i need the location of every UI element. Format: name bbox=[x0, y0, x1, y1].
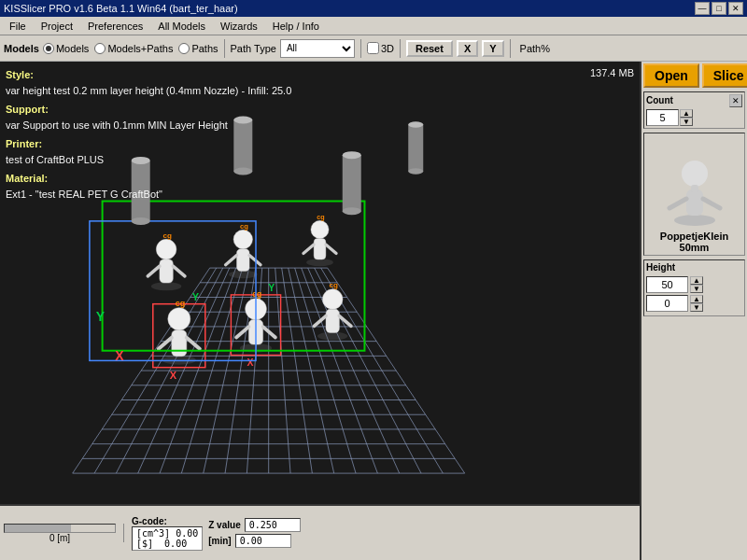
z-input-row: ▲ ▼ bbox=[646, 295, 742, 312]
zvalue-section: Z value 0.250 [min] 0.00 bbox=[208, 518, 300, 548]
meter-bar bbox=[4, 524, 116, 533]
gcode-value: [cm^3] 0.00 [$] 0.00 bbox=[132, 526, 203, 551]
models-paths-radio-circle bbox=[94, 43, 106, 54]
titlebar: KISSlicer PRO v1.6 Beta 1.1 Win64 (bart_… bbox=[0, 0, 747, 17]
memory-indicator: 137.4 MB bbox=[590, 67, 634, 78]
status-sep-1 bbox=[123, 524, 124, 542]
grid-canvas bbox=[0, 62, 640, 560]
count-spinner: ▲ ▼ bbox=[680, 109, 693, 126]
count-down-button[interactable]: ▼ bbox=[680, 118, 693, 126]
maximize-button[interactable]: □ bbox=[712, 2, 726, 15]
menu-item-help---info[interactable]: Help / Info bbox=[267, 19, 325, 34]
x-axis-button[interactable]: X bbox=[457, 40, 478, 57]
height-up-button[interactable]: ▲ bbox=[690, 276, 703, 285]
menu-item-wizards[interactable]: Wizards bbox=[215, 19, 263, 34]
window-controls: — □ ✕ bbox=[695, 2, 743, 15]
models-label: Models bbox=[4, 43, 39, 54]
separator-1 bbox=[224, 39, 225, 58]
height-spinner: ▲ ▼ bbox=[690, 276, 703, 293]
view-mode-group: Models Models+Paths Paths bbox=[43, 43, 218, 54]
separator-2 bbox=[360, 39, 361, 58]
height-input-row: ▲ ▼ bbox=[646, 276, 742, 293]
menu-item-all-models[interactable]: All Models bbox=[152, 19, 211, 34]
z-input[interactable] bbox=[646, 295, 688, 312]
3d-viewport[interactable]: Style: var height test 0.2 mm layer heig… bbox=[0, 62, 640, 560]
toolbar: Models Models Models+Paths Paths Path Ty… bbox=[0, 35, 747, 62]
svg-point-0 bbox=[674, 215, 715, 226]
minimize-button[interactable]: — bbox=[695, 2, 710, 15]
min-label: [min] bbox=[208, 536, 231, 546]
height-down-button[interactable]: ▼ bbox=[690, 285, 703, 293]
height-label: Height bbox=[646, 262, 675, 273]
path-type-label: Path Type bbox=[231, 43, 276, 54]
path-pct-label: Path% bbox=[520, 43, 550, 54]
right-panel: Open Slice Count ✕ ▲ ▼ bbox=[640, 62, 747, 560]
count-input-row: ▲ ▼ bbox=[646, 109, 742, 126]
models-paths-radio[interactable]: Models+Paths bbox=[94, 43, 173, 54]
height-section: Height ▲ ▼ ▲ ▼ bbox=[643, 259, 745, 316]
open-button[interactable]: Open bbox=[643, 63, 699, 88]
menubar: FileProjectPreferencesAll ModelsWizardsH… bbox=[0, 17, 747, 35]
path-type-select[interactable]: AllPerimeterInfillSupport bbox=[280, 39, 355, 58]
svg-point-2 bbox=[682, 161, 708, 187]
model-preview-section: PoppetjeKlein 50mm bbox=[643, 133, 745, 256]
reset-button[interactable]: Reset bbox=[406, 40, 453, 57]
main-area: Style: var height test 0.2 mm layer heig… bbox=[0, 62, 747, 560]
gcode-label: G-code: bbox=[132, 516, 167, 526]
model-name-label: PoppetjeKlein 50mm bbox=[646, 231, 742, 253]
statusbar: 0 [m] G-code: [cm^3] 0.00 [$] 0.00 Z val… bbox=[0, 504, 640, 560]
count-label: Count bbox=[646, 95, 673, 105]
menu-item-project[interactable]: Project bbox=[35, 19, 78, 34]
models-radio[interactable]: Models bbox=[43, 43, 89, 54]
svg-rect-1 bbox=[686, 189, 703, 216]
svg-line-4 bbox=[703, 199, 720, 208]
model-preview-svg bbox=[653, 138, 737, 227]
paths-radio-circle bbox=[178, 43, 190, 54]
slice-button[interactable]: Slice bbox=[702, 63, 747, 88]
z-spinner: ▲ ▼ bbox=[690, 295, 703, 312]
3d-checkbox[interactable] bbox=[367, 42, 379, 54]
menu-item-file[interactable]: File bbox=[4, 19, 32, 34]
zvalue-label: Z value bbox=[208, 520, 240, 530]
z-up-button[interactable]: ▲ bbox=[690, 295, 703, 303]
menu-item-preferences[interactable]: Preferences bbox=[82, 19, 148, 34]
gcode-section: G-code: [cm^3] 0.00 [$] 0.00 bbox=[132, 515, 203, 551]
meter-value: 0 [m] bbox=[4, 533, 116, 543]
paths-radio[interactable]: Paths bbox=[178, 43, 218, 54]
top-buttons: Open Slice bbox=[643, 63, 745, 88]
y-axis-button[interactable]: Y bbox=[482, 40, 503, 57]
separator-3 bbox=[400, 39, 401, 58]
svg-line-3 bbox=[669, 199, 686, 208]
count-close-button[interactable]: ✕ bbox=[729, 94, 742, 107]
3d-checkbox-label[interactable]: 3D bbox=[367, 42, 394, 54]
svg-rect-5 bbox=[691, 185, 698, 192]
meter: 0 [m] bbox=[4, 524, 116, 543]
z-down-button[interactable]: ▼ bbox=[690, 303, 703, 312]
count-input[interactable] bbox=[646, 109, 679, 126]
zvalue-value: 0.250 bbox=[245, 518, 301, 532]
count-section: Count ✕ ▲ ▼ bbox=[643, 91, 745, 129]
count-up-button[interactable]: ▲ bbox=[680, 109, 693, 118]
app-title: KISSlicer PRO v1.6 Beta 1.1 Win64 (bart_… bbox=[4, 3, 238, 14]
close-button[interactable]: ✕ bbox=[728, 2, 743, 15]
separator-4 bbox=[510, 39, 511, 58]
models-radio-circle bbox=[43, 43, 54, 54]
height-input[interactable] bbox=[646, 276, 688, 293]
min-value: 0.00 bbox=[235, 534, 291, 548]
height-row: Height bbox=[646, 262, 742, 274]
model-preview bbox=[648, 135, 741, 229]
